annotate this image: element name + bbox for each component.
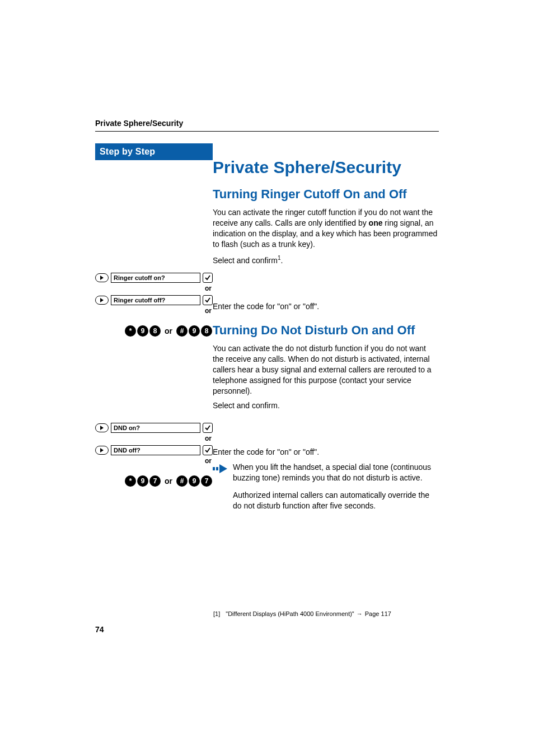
text: . [281,255,283,264]
display-text: DND off? [111,445,200,455]
enter-code-line: Enter the code for "on" or "off". [213,447,439,458]
confirm-icon[interactable] [203,295,213,305]
select-confirm-line: Select and confirm1. [213,254,439,266]
key-star[interactable]: * [125,325,136,337]
key-7[interactable]: 7 [201,475,212,487]
step-column: Step by Step Ringer cutoff on? or Ringe [95,143,213,518]
key-8[interactable]: 8 [149,325,161,337]
confirm-icon[interactable] [203,445,213,455]
footnote: [1] "Different Displays (HiPath 4000 Env… [213,610,391,617]
or-label: or [95,307,213,315]
keypad-code-ringer: * 9 8 or # 9 8 [95,325,213,337]
display-row-dnd-on: DND on? [95,422,213,433]
key-9[interactable]: 9 [189,475,200,487]
svg-marker-0 [100,276,104,280]
key-7[interactable]: 7 [149,475,161,487]
key-9[interactable]: 9 [137,475,148,487]
display-row-ringer-on: Ringer cutoff on? [95,272,213,283]
display-row-ringer-off: Ringer cutoff off? [95,295,213,306]
section-heading-dnd: Turning Do Not Disturb On and Off [213,323,439,338]
content-column: Private Sphere/Security Turning Ringer C… [213,143,439,518]
page-number: 74 [95,625,104,634]
display-text: DND on? [111,423,200,433]
key-hash[interactable]: # [176,475,188,487]
key-8[interactable]: 8 [201,325,212,337]
note-block: When you lift the handset, a special dia… [213,462,439,518]
step-by-step-header: Step by Step [95,143,213,160]
running-header-text: Private Sphere/Security [95,119,183,128]
or-label: or [95,435,213,442]
confirm-icon[interactable] [203,273,213,283]
key-star[interactable]: * [125,475,136,487]
svg-rect-4 [213,467,215,470]
keypad-code-dnd: * 9 7 or # 9 7 [95,475,213,487]
header-rule [95,131,439,132]
or-label: or [95,457,213,465]
footnote-text: "Different Displays (HiPath 4000 Environ… [226,610,354,617]
svg-marker-6 [219,464,227,473]
note-arrow-icon [213,462,229,518]
scroll-next-icon[interactable] [95,296,109,305]
display-text: Ringer cutoff off? [111,295,200,305]
note-text: When you lift the handset, a special dia… [229,462,439,518]
note-paragraph-1: When you lift the handset, a special dia… [233,462,439,483]
text: Select and confirm [213,255,278,264]
svg-rect-5 [216,467,218,470]
text-bold: one [369,218,383,227]
key-9[interactable]: 9 [189,325,200,337]
svg-marker-3 [100,448,104,452]
or-label: or [95,284,213,292]
svg-marker-2 [100,426,104,430]
confirm-icon[interactable] [203,423,213,433]
select-confirm-line: Select and confirm. [213,400,439,411]
scroll-next-icon[interactable] [95,273,109,282]
svg-marker-1 [100,298,104,302]
key-9[interactable]: 9 [137,325,148,337]
footnote-page-ref[interactable]: Page 117 [365,610,391,617]
or-label: or [165,326,172,335]
note-paragraph-2: Authorized internal callers can automati… [233,490,439,511]
scroll-next-icon[interactable] [95,446,109,455]
key-hash[interactable]: # [176,325,188,337]
dnd-intro-paragraph: You can activate the do not disturb func… [213,343,439,396]
section-heading-ringer: Turning Ringer Cutoff On and Off [213,187,439,202]
ringer-intro-paragraph: You can activate the ringer cutoff funct… [213,207,439,250]
running-header: Private Sphere/Security [95,119,439,132]
display-text: Ringer cutoff on? [111,273,200,283]
footnote-marker: [1] [213,610,220,617]
scroll-next-icon[interactable] [95,423,109,432]
or-label: or [165,477,172,486]
enter-code-line: Enter the code for "on" or "off". [213,301,439,312]
display-row-dnd-off: DND off? [95,445,213,456]
arrow-right-icon: → [357,610,363,617]
page-title: Private Sphere/Security [213,158,439,177]
